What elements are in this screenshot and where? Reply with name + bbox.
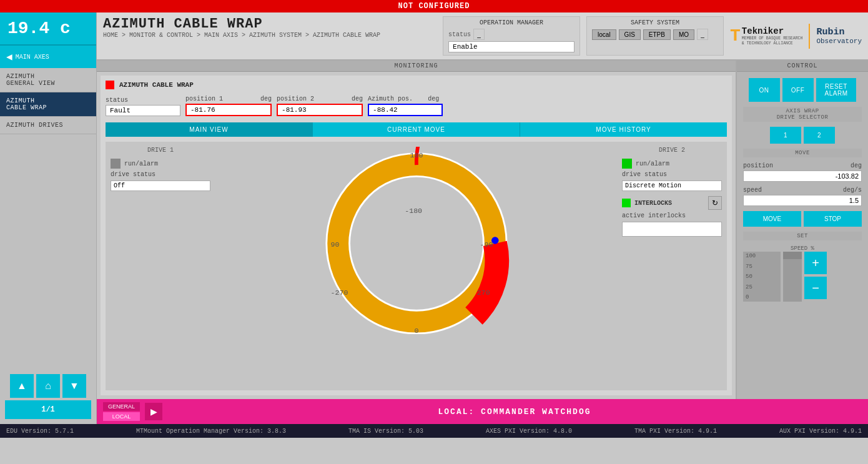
position-group: position deg — [743, 162, 862, 182]
drive1-status-value: Off — [111, 180, 210, 191]
svg-text:270: 270 — [476, 289, 490, 297]
svg-text:-90: -90 — [480, 240, 493, 249]
monitor-status-indicator — [106, 81, 114, 89]
page-indicator: 1/1 — [5, 400, 91, 419]
svg-text:-180: -180 — [405, 207, 422, 215]
svg-text:0: 0 — [414, 327, 418, 334]
watchdog-general-btn[interactable]: GENERAL — [103, 402, 140, 411]
control-title-bar: CONTROL — [737, 61, 868, 72]
drive1-indicator — [111, 159, 121, 169]
position2-label: position 2 deg — [277, 96, 363, 102]
status-label: status — [106, 97, 180, 104]
safety-minimize-btn[interactable]: _ — [697, 29, 708, 40]
svg-text:180: 180 — [410, 151, 423, 159]
drive1-title: DRIVE 1 — [111, 147, 210, 154]
interlock-title: INTERLOCKS — [634, 200, 672, 207]
control-area: CONTROL ON OFF RESETALARM AXIS WRAPDRIVE… — [737, 61, 868, 399]
interlock-refresh-btn[interactable]: ↻ — [708, 196, 722, 210]
monitoring-area: MONITORING AZIMUTH CABLE WRAP status Fau… — [97, 61, 737, 399]
speed-slider-fill — [783, 259, 802, 302]
sidebar-back-btn[interactable]: ◀ MAIN AXES — [0, 46, 96, 68]
drive-selector-label: AXIS WRAPDRIVE SELECTOR — [743, 107, 862, 122]
page-nav: ▲ ⌂ ▼ 1/1 — [0, 369, 96, 424]
page-title: AZIMUTH CABLE WRAP — [103, 16, 436, 32]
ctrl-drive1-btn[interactable]: 1 — [770, 127, 801, 144]
watchdog-icon-btn[interactable]: ▶ — [145, 403, 162, 420]
set-label: SET — [743, 232, 862, 240]
stop-btn[interactable]: STOP — [804, 211, 862, 227]
drive2-run-alarm-label: run/alarm — [636, 160, 669, 167]
position1-value: -81.76 — [185, 104, 272, 116]
drive2-indicator — [622, 159, 632, 169]
watchdog-local-btn[interactable]: LOCAL — [103, 412, 140, 421]
op-manager-title: OPERATION MANAGER — [448, 19, 575, 26]
mtmount-version: MTMount Operation Manager Version: 3.8.3 — [136, 428, 286, 435]
op-status-label: status — [448, 31, 471, 38]
speed-label: speed — [743, 187, 762, 194]
interlocks-panel: INTERLOCKS ↻ active interlocks — [622, 196, 722, 237]
ctrl-reset-btn[interactable]: RESETALARM — [816, 78, 857, 102]
drive1-status-label: drive status — [111, 171, 210, 178]
control-content: ON OFF RESETALARM AXIS WRAPDRIVE SELECTO… — [737, 72, 868, 308]
not-configured-banner: NOT CONFIGURED — [0, 0, 868, 12]
gauge-svg: 180 0 90 -90 -270 270 -180 — [323, 147, 510, 334]
operation-manager-panel: OPERATION MANAGER status _ Enable — [443, 16, 580, 56]
tma-is-version: TMA IS Version: 5.03 — [348, 428, 423, 435]
position-input[interactable] — [743, 170, 862, 182]
tab-main-view[interactable]: MAIN VIEW — [106, 122, 313, 137]
page-title-area: AZIMUTH CABLE WRAP HOME > MONITOR & CONT… — [103, 16, 436, 56]
ctrl-drive2-btn[interactable]: 2 — [804, 127, 835, 144]
speed-slider-track[interactable] — [783, 252, 802, 302]
op-status-value: Enable — [448, 41, 575, 52]
drive2-panel: DRIVE 2 run/alarm drive status Discrete … — [622, 147, 722, 191]
temperature-display: 19.4 c — [0, 12, 96, 46]
sidebar-item-azimuth-general-view[interactable]: AZIMUTHGENERAL VIEW — [0, 68, 96, 92]
svg-text:90: 90 — [330, 240, 339, 249]
axes-pxi-version: AXES PXI Version: 4.8.0 — [486, 428, 572, 435]
drive1-run-alarm-label: run/alarm — [124, 160, 158, 167]
svg-text:-270: -270 — [330, 289, 348, 297]
position-unit: deg — [851, 162, 862, 169]
svg-point-0 — [338, 165, 495, 322]
tekniker-name: Tekniker — [742, 26, 803, 36]
page-up-btn[interactable]: ▲ — [10, 374, 34, 398]
speed-input[interactable] — [743, 195, 862, 206]
watchdog-bar: GENERAL LOCAL ▶ LOCAL: COMMANDER WATCHDO… — [97, 399, 868, 424]
move-btn[interactable]: MOVE — [743, 211, 801, 227]
svg-point-1 — [349, 176, 483, 310]
tab-current-move[interactable]: CURRENT MOVE — [313, 122, 520, 137]
safety-etpb-btn[interactable]: ETPB — [643, 29, 671, 40]
op-minimize-btn[interactable]: _ — [473, 29, 485, 40]
breadcrumb: HOME > MONITOR & CONTROL > MAIN AXIS > A… — [103, 32, 436, 39]
safety-mo-btn[interactable]: MO — [673, 29, 694, 40]
tab-move-history[interactable]: MOVE HISTORY — [520, 122, 727, 137]
safety-local-btn[interactable]: local — [592, 29, 616, 40]
logo-area: T Tekniker MEMBER OF BASQUE RESEARCH& TE… — [730, 16, 862, 56]
status-value: Fault — [106, 105, 180, 116]
move-stop-row: MOVE STOP — [743, 211, 862, 227]
ctrl-on-btn[interactable]: ON — [749, 78, 780, 102]
header: AZIMUTH CABLE WRAP HOME > MONITOR & CONT… — [97, 12, 868, 61]
sidebar-back-label: MAIN AXES — [16, 54, 49, 61]
home-btn[interactable]: ⌂ — [36, 374, 60, 398]
active-interlocks-label: active interlocks — [622, 212, 722, 219]
safety-title: SAFETY SYSTEM — [592, 19, 718, 26]
page-down-btn[interactable]: ▼ — [62, 374, 86, 398]
speed-minus-btn[interactable]: − — [804, 277, 827, 299]
sidebar-item-azimuth-drives[interactable]: AZIMUTH DRIVES — [0, 117, 96, 134]
rubin-name: Rubin — [816, 27, 862, 37]
content-row: MONITORING AZIMUTH CABLE WRAP status Fau… — [97, 61, 868, 399]
ctrl-off-btn[interactable]: OFF — [782, 78, 814, 102]
sidebar-item-label: AZIMUTH DRIVES — [6, 122, 63, 129]
tma-pxi-version: TMA PXI Version: 4.9.1 — [634, 428, 717, 435]
speed-plus-btn[interactable]: + — [804, 252, 827, 274]
watchdog-btns: GENERAL LOCAL — [103, 402, 140, 421]
watchdog-message: LOCAL: COMMANDER WATCHDOG — [167, 407, 862, 417]
footer-bar: EDU Version: 5.7.1 MTMount Operation Man… — [0, 424, 868, 438]
logo-divider — [809, 24, 810, 49]
safety-gis-btn[interactable]: GIS — [619, 29, 641, 40]
speed-pct-container: speed % 100 75 50 25 0 — [743, 245, 862, 302]
observatory-name: Observatory — [816, 37, 862, 45]
sidebar-item-azimuth-cable-wrap[interactable]: AZIMUTHCABLE WRAP — [0, 92, 96, 117]
speed-scale: 100 75 50 25 0 — [743, 252, 781, 302]
